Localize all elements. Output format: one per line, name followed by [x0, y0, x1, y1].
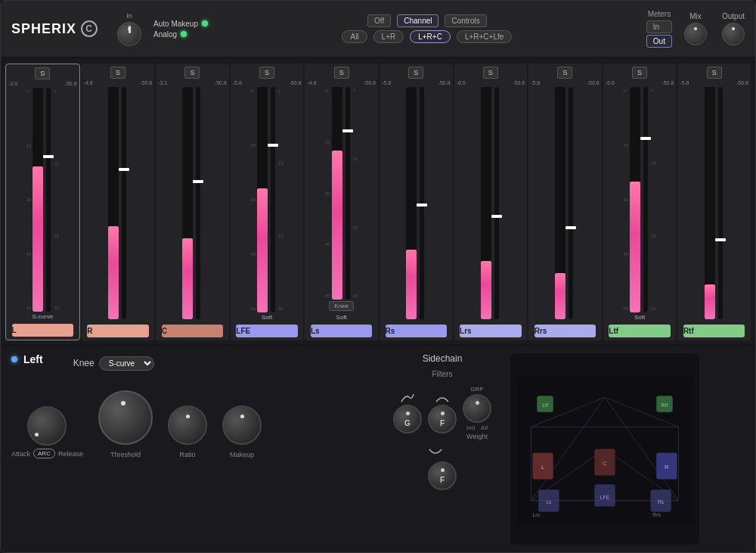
channel-strip-rrs[interactable]: S -5.8-50.8 Rrs — [528, 64, 602, 340]
knee-dropdown[interactable]: S-curve Soft Hard — [99, 356, 154, 371]
channel-strip-rs[interactable]: S -5.8-50.8 Rs — [380, 64, 453, 340]
meter-bar-rs — [406, 87, 417, 319]
solo-button-r[interactable]: S — [110, 67, 125, 79]
bottom-f-knob[interactable]: F — [428, 461, 457, 490]
mix-knob[interactable] — [684, 23, 707, 45]
routing-all-button[interactable]: All — [342, 30, 367, 43]
channel-strip-ls[interactable]: S -4.8-50.8 0 15 30 45 60 — [305, 64, 378, 340]
app-version-icon: C — [81, 20, 98, 37]
meter-values-ls: -4.8-50.8 — [307, 80, 376, 85]
meter-bar-lfe — [257, 87, 268, 312]
svg-text:LFE: LFE — [600, 495, 610, 500]
solo-button-c[interactable]: S — [184, 67, 200, 79]
solo-button-ltf[interactable]: S — [632, 67, 647, 79]
channel-button-ltf[interactable]: Ltf — [609, 325, 671, 337]
solo-button-lfe[interactable]: S — [259, 67, 274, 79]
meter-fill-r — [108, 226, 119, 319]
solo-button-lrs[interactable]: S — [483, 67, 498, 79]
channel-strip-lfe[interactable]: S -5.8-50.8 0 15 30 45 60 — [231, 64, 304, 340]
f-knob-dot — [441, 412, 445, 415]
f-knob[interactable]: F — [428, 405, 457, 433]
meters-out-button[interactable]: Out — [646, 35, 672, 48]
routing-lrc-button[interactable]: L+R+C — [410, 30, 451, 43]
output-knob-dot — [732, 27, 735, 30]
fader-thumb-ls[interactable] — [342, 129, 353, 132]
makeup-knob[interactable] — [222, 405, 262, 445]
meter-bar-ltf — [630, 87, 640, 312]
meters-in-button[interactable]: In — [646, 20, 672, 33]
channel-button-rtf[interactable]: Rtf — [683, 325, 745, 337]
solo-button-l[interactable]: S — [35, 67, 50, 79]
meters-area: Meters In Out — [646, 10, 672, 48]
fader-thumb-lrs[interactable] — [491, 215, 502, 218]
mode-controls-button[interactable]: Controls — [445, 14, 486, 27]
analog-led[interactable] — [181, 31, 187, 37]
auto-makeup-led[interactable] — [202, 20, 208, 26]
channel-strip-c[interactable]: S -3.1-50.8 C — [156, 64, 229, 340]
fader-area-r — [84, 87, 153, 319]
fader-thumb-r[interactable] — [119, 168, 129, 171]
fader-area-ltf: 0 15 30 45 60 7 15 22 30 — [606, 87, 674, 312]
channel-indicator: Left — [11, 353, 43, 365]
arc-button[interactable]: ARC — [33, 449, 55, 458]
fader-thumb-rtf[interactable] — [715, 238, 726, 241]
selected-channel-label: Left — [23, 353, 43, 365]
output-knob[interactable] — [722, 23, 745, 45]
fader-thumb-lfe[interactable] — [268, 144, 278, 147]
channel-button-rrs[interactable]: Rrs — [534, 325, 596, 337]
curve-label-lfe: Soft — [262, 314, 272, 321]
meter-values-r: -4.8-50.8 — [84, 80, 153, 85]
solo-button-rrs[interactable]: S — [557, 67, 572, 79]
fader-thumb-l[interactable] — [43, 155, 54, 158]
input-knob[interactable] — [117, 22, 141, 46]
curve-label-ltf: Soft — [634, 314, 645, 321]
channel-strip-ltf[interactable]: S -5.6-50.8 0 15 30 45 60 — [603, 64, 677, 340]
fader-track-rtf — [718, 87, 723, 319]
fader-area-rs — [382, 87, 451, 319]
fader-track-c — [196, 87, 200, 319]
channel-button-rs[interactable]: Rs — [386, 325, 448, 337]
channel-button-lfe[interactable]: LFE — [236, 325, 298, 337]
ratio-knob[interactable] — [168, 405, 207, 445]
channel-strip-l[interactable]: S -3.0-50.8 0 15 30 45 60 — [5, 64, 80, 340]
fader-area-c — [158, 87, 227, 319]
channel-button-c[interactable]: C — [162, 325, 224, 337]
threshold-knob[interactable] — [98, 390, 153, 445]
channel-button-ls[interactable]: Ls — [311, 325, 373, 337]
channel-button-l[interactable]: L — [12, 324, 74, 337]
channel-button-lrs[interactable]: Lrs — [460, 325, 522, 337]
solo-button-ls[interactable]: S — [334, 67, 349, 79]
channel-led — [11, 356, 17, 362]
grp-group: GRP Ind All Weight — [463, 386, 491, 440]
fader-track-ls — [345, 87, 350, 300]
solo-button-rtf[interactable]: S — [707, 67, 722, 79]
ratio-group: Ratio — [168, 405, 207, 458]
solo-button-rs[interactable]: S — [408, 67, 423, 79]
routing-lr-button[interactable]: L+R — [373, 30, 404, 43]
g-label: G — [404, 419, 411, 427]
fader-thumb-c[interactable] — [193, 180, 203, 183]
meters-label: Meters — [648, 10, 671, 18]
routing-lrclfe-button[interactable]: L+R+C+Lfe — [457, 30, 512, 43]
g-knob[interactable]: G — [393, 405, 422, 433]
channel-strip-rtf[interactable]: S -5.8-50.8 Rtf — [677, 64, 751, 340]
g-knob-dot — [406, 412, 410, 415]
channel-strip-r[interactable]: S -4.8-50.8 R — [82, 64, 155, 340]
fader-thumb-rrs[interactable] — [565, 226, 576, 229]
attack-knob[interactable] — [27, 406, 67, 446]
fader-thumb-rs[interactable] — [417, 203, 427, 207]
fader-thumb-ltf[interactable] — [640, 137, 651, 140]
svg-text:Rtf: Rtf — [662, 402, 668, 408]
mode-channel-button[interactable]: Channel — [397, 14, 438, 27]
attack-label: Attack — [11, 450, 30, 458]
channel-strip-lrs[interactable]: S -6.0-50.8 Lrs — [454, 64, 528, 340]
threshold-knob-dot — [121, 401, 125, 405]
channel-button-r[interactable]: R — [87, 325, 149, 337]
mode-off-button[interactable]: Off — [367, 14, 391, 27]
attack-group: Attack ARC Release — [11, 406, 83, 458]
header: SPHERIX C In Auto Makeup Analog — [1, 1, 755, 57]
weight-label: Weight — [466, 433, 488, 440]
weight-knob[interactable] — [463, 394, 491, 423]
fader-area-lrs — [457, 87, 525, 319]
sidechain-area: Sidechain Filters G — [374, 353, 510, 545]
